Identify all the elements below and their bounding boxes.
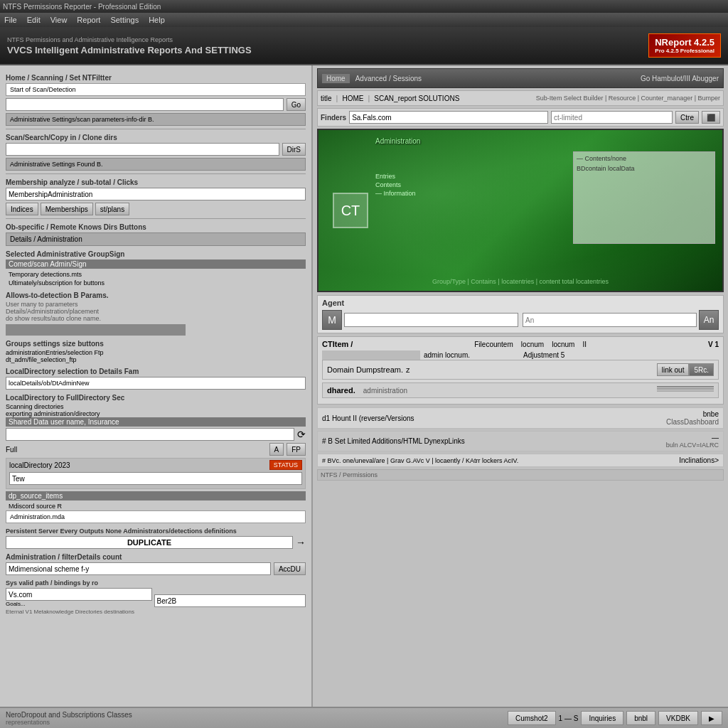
section12-label: localDirectory 2023 bbox=[9, 461, 267, 469]
status-left: NeroDropout and Subscriptions Classes re… bbox=[6, 711, 132, 726]
section3-buttons: Indices Memberships st/plans bbox=[6, 203, 306, 215]
section12-input-row bbox=[9, 472, 302, 485]
section7-item2: dt_adm/file_selection_ftp bbox=[6, 356, 306, 363]
section5-item3: Ultimately/subscription for buttons bbox=[6, 279, 306, 287]
section-label-16: Sys valid path / bindings by ro bbox=[6, 579, 306, 587]
section2-dirs-button[interactable]: DirS bbox=[282, 143, 306, 156]
menu-item-report[interactable]: Report bbox=[77, 16, 100, 24]
status-right: Cumshot2 1 — S Inquiries bnbl VKDBK ▶ bbox=[508, 711, 722, 725]
nav-item1[interactable]: title bbox=[321, 95, 332, 102]
ctitem-r1c2: admin locnum. bbox=[422, 350, 520, 360]
section6-item1: User many to parameters bbox=[6, 301, 306, 308]
right-panel-footer: NTFS / Permissions bbox=[317, 469, 724, 481]
list-row-3: # BVc. one/uneval/are | Grav G.AVc V | l… bbox=[317, 454, 724, 467]
list-row-1-label: d1 Hount II (reverse/Versions bbox=[322, 414, 414, 422]
section1-input-row: Go bbox=[6, 98, 306, 111]
ctitem-r1c1 bbox=[322, 350, 420, 360]
section5-item1: Comed/scan Admin/Sign bbox=[6, 259, 306, 269]
domain-btn2[interactable]: 5Rc. bbox=[689, 363, 714, 376]
section13-label: dp_source_items bbox=[6, 491, 306, 500]
toolbar-tab1[interactable]: Home bbox=[322, 74, 350, 83]
menu-item-help[interactable]: Help bbox=[149, 16, 165, 24]
section1-field1: Start of Scan/Detection bbox=[6, 83, 306, 96]
status-btn-inquiries[interactable]: Inquiries bbox=[581, 711, 623, 725]
section11-row: Full A FP bbox=[6, 443, 306, 456]
status-btn-vkdbk[interactable]: VKDBK bbox=[658, 711, 698, 725]
section12-tew-input[interactable] bbox=[9, 472, 302, 485]
status-btn-bnbl[interactable]: bnbl bbox=[626, 711, 655, 725]
toolbar-tab3[interactable]: Go Hambulot/III Abugger bbox=[641, 75, 719, 82]
menu-item-view[interactable]: View bbox=[50, 16, 68, 24]
search-btn2[interactable]: ⬛ bbox=[702, 111, 720, 124]
section16-vs-input[interactable] bbox=[6, 588, 152, 601]
list-row-1-status: bnbe ClassDashboard bbox=[666, 410, 719, 426]
search-input[interactable] bbox=[349, 111, 548, 124]
section16-fields: Goals... bbox=[6, 588, 306, 607]
section16-note: Eternal V1 Metaknowledge Directories des… bbox=[6, 609, 306, 615]
status-btn-cumshot[interactable]: Cumshot2 bbox=[508, 711, 556, 725]
section3-btn-indices[interactable]: Indices bbox=[6, 203, 38, 215]
main-layout: Home / Scanning / Set NTFiltter Start of… bbox=[0, 65, 728, 707]
ctitem-id: V 1 bbox=[708, 341, 719, 348]
nav-sep2: | bbox=[368, 94, 370, 102]
ctitem-section: CTItem / Filecountem locnum locnum II V … bbox=[317, 336, 724, 405]
section16-ber-input[interactable] bbox=[154, 594, 306, 607]
list-row-2-label: # B Set Limited Additions/HTML DynexpLin… bbox=[322, 437, 465, 445]
section14-input[interactable] bbox=[6, 536, 293, 549]
list-row-2-status2: buln ALCV=IALRC bbox=[666, 441, 719, 449]
search-bar: Finders Ctre ⬛ bbox=[317, 108, 724, 127]
section3-btn-stplans[interactable]: st/plans bbox=[95, 203, 129, 215]
agent-input1[interactable] bbox=[344, 313, 518, 327]
menu-item-settings[interactable]: Settings bbox=[110, 16, 139, 24]
status-pages: 1 — S bbox=[559, 714, 579, 722]
green-inner-text: — Contents/none BDcontain localData bbox=[574, 152, 714, 175]
section11-btn-a[interactable]: A bbox=[269, 443, 284, 456]
section15-input[interactable] bbox=[6, 562, 271, 575]
ctitem-title: CTItem / bbox=[322, 340, 353, 348]
search-input2[interactable] bbox=[551, 111, 673, 124]
section-label-6: Allows-to-detection B Params. bbox=[6, 291, 306, 299]
nav-row: title | HOME | SCAN_report SOLUTIONS Sub… bbox=[317, 90, 724, 106]
status-btn-end[interactable]: ▶ bbox=[701, 711, 722, 725]
domain-btn1[interactable]: link out bbox=[657, 363, 690, 376]
green-inner-box: — Contents/none BDcontain localData bbox=[573, 151, 715, 244]
app-header: NTFS Permissions and Administrative Inte… bbox=[0, 27, 728, 65]
section5-item2: Temporary detections.mts bbox=[6, 270, 306, 279]
section3-input[interactable] bbox=[6, 188, 306, 200]
green-bottom-labels: Group/Type | Contains | locatentries | c… bbox=[432, 278, 609, 285]
app-subtitle: NTFS Permissions and Administrative Inte… bbox=[7, 36, 252, 43]
green-item1: Entries bbox=[375, 173, 416, 180]
menu-item-edit[interactable]: Edit bbox=[27, 16, 41, 24]
section-label-5: Selected Administrative GroupSign bbox=[6, 250, 306, 258]
left-panel: Home / Scanning / Set NTFiltter Start of… bbox=[0, 65, 313, 707]
section16-goals: Goals... bbox=[6, 601, 152, 607]
section9-item1: Scanning directories bbox=[6, 403, 306, 410]
agent-icon1: M bbox=[322, 310, 342, 330]
green-bottom-text: Group/Type | Contains | locatentries | c… bbox=[432, 278, 609, 285]
ctitem-grid: admin locnum. Adjustment 5 bbox=[322, 350, 719, 360]
section2-path-input[interactable] bbox=[6, 143, 279, 156]
section3-btn-memberships[interactable]: Memberships bbox=[41, 203, 93, 215]
section-label-8: LocalDirectory selection to Details Fam bbox=[6, 368, 306, 375]
section14-arrow: → bbox=[296, 537, 306, 548]
section14-row: → bbox=[6, 536, 306, 549]
section10-input[interactable]: 852ha bbox=[6, 428, 294, 441]
agent-fields-row: M An bbox=[322, 310, 719, 330]
section11-btn-fp[interactable]: FP bbox=[287, 443, 306, 456]
section15-button[interactable]: AccDU bbox=[274, 562, 306, 575]
title-bar: NTFS Permissions Reporter - Professional… bbox=[0, 0, 728, 13]
search-btn1[interactable]: Ctre bbox=[675, 111, 699, 124]
menu-item-file[interactable]: File bbox=[4, 16, 17, 24]
section1-go-button[interactable]: Go bbox=[287, 98, 306, 111]
app-logo: NReport 4.2.5 Pro 4.2.5 Professional bbox=[648, 33, 721, 58]
title-bar-text: NTFS Permissions Reporter - Professional… bbox=[3, 3, 161, 11]
section7-item1: administrationEntries/selection Ftp bbox=[6, 349, 306, 356]
section-label-15: Administration / filterDetails count bbox=[6, 553, 306, 561]
section1-input[interactable] bbox=[6, 98, 284, 111]
toolbar-tab2[interactable]: Advanced / Sessions bbox=[355, 75, 422, 82]
section12-container: localDirectory 2023 STATUS bbox=[6, 458, 306, 489]
list-row-2-status1: — bbox=[712, 434, 719, 441]
section12-status-badge: STATUS bbox=[269, 460, 302, 470]
agent-input2[interactable] bbox=[523, 313, 697, 327]
section8-input[interactable] bbox=[6, 377, 306, 390]
